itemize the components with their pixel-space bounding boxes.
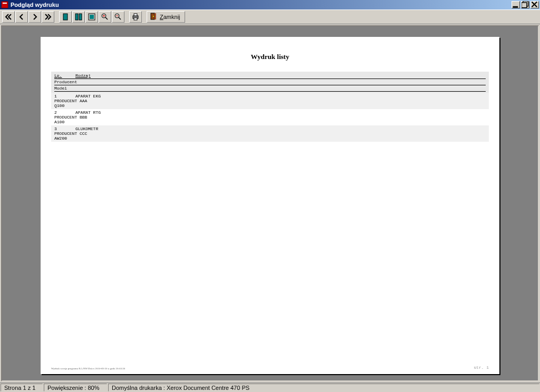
first-page-button[interactable]	[2, 11, 15, 23]
header-model: Model	[54, 85, 486, 92]
svg-rect-20	[134, 14, 137, 16]
toolbar-separator	[55, 11, 59, 23]
svg-line-17	[119, 17, 121, 19]
toolbar-separator	[142, 11, 147, 23]
svg-point-24	[153, 16, 154, 17]
header-lp: Lp.	[54, 73, 75, 78]
svg-rect-11	[90, 15, 94, 19]
list-row: 1APARAT EKGPRODUCENT AAAQ100	[51, 93, 489, 109]
app-icon	[1, 1, 8, 8]
fit-page-button[interactable]	[85, 11, 98, 23]
single-page-button[interactable]	[59, 11, 72, 23]
print-button[interactable]	[129, 11, 142, 23]
svg-rect-7	[63, 14, 68, 20]
list-row: 3GLUKOMETRPRODUCENT CCCAW200	[51, 125, 489, 142]
svg-rect-4	[522, 3, 527, 8]
svg-rect-21	[134, 18, 137, 20]
minimize-button[interactable]	[512, 1, 520, 8]
status-zoom: Powiększenie : 80%	[44, 384, 107, 391]
close-button-label: Zamknij	[160, 14, 180, 20]
last-page-button[interactable]	[42, 11, 54, 23]
svg-rect-1	[3, 3, 7, 4]
multi-page-button[interactable]	[72, 11, 85, 23]
zoom-in-button[interactable]	[99, 11, 111, 23]
svg-line-13	[105, 17, 108, 19]
titlebar: Podgląd wydruku	[0, 0, 540, 9]
list-header: Lp. Rodzaj Producent Model	[51, 72, 489, 93]
toolbar: Zamknij	[0, 9, 540, 24]
statusbar: Strona 1 z 1 Powiększenie : 80% Domyślna…	[0, 383, 540, 392]
svg-rect-8	[75, 14, 78, 20]
preview-page: Wydruk listy Lp. Rodzaj Producent Model …	[41, 37, 499, 374]
close-preview-button[interactable]: Zamknij	[147, 11, 185, 23]
status-page: Strona 1 z 1	[1, 384, 43, 391]
status-printer: Domyślna drukarka : Xerox Document Centr…	[108, 384, 539, 391]
preview-area[interactable]: Wydruk listy Lp. Rodzaj Producent Model …	[1, 25, 539, 381]
window-title: Podgląd wydruku	[11, 2, 512, 8]
header-producent: Producent	[54, 79, 486, 85]
list-row: 2APARAT RTGPRODUCENT BBBA100	[51, 109, 489, 125]
toolbar-separator	[125, 11, 129, 23]
close-window-button[interactable]	[531, 1, 539, 8]
next-page-button[interactable]	[28, 11, 41, 23]
svg-rect-2	[513, 6, 518, 8]
page-footer-right: str. 1	[474, 365, 489, 370]
zoom-out-button[interactable]	[112, 11, 124, 23]
prev-page-button[interactable]	[15, 11, 28, 23]
header-rodzaj: Rodzaj	[75, 73, 91, 78]
svg-rect-23	[155, 13, 156, 19]
restore-button[interactable]	[521, 1, 529, 8]
page-footer-left: Wydruk wersja programu RA.NW Dziex 2010-…	[51, 367, 125, 370]
page-title: Wydruk listy	[51, 53, 489, 61]
svg-rect-0	[2, 2, 8, 8]
svg-rect-9	[79, 14, 82, 20]
door-icon	[149, 12, 158, 22]
